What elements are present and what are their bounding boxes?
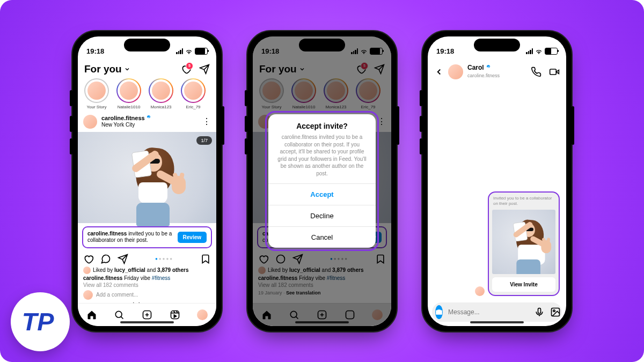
message-input[interactable] [447, 308, 530, 316]
story-item[interactable]: Your Story [83, 78, 110, 109]
story-label: Natalie1010 [118, 105, 141, 109]
top-bar: For you 5 [78, 61, 216, 78]
notch [474, 39, 520, 51]
post-image[interactable]: 1/7 [78, 132, 216, 223]
audio-call-button[interactable] [531, 67, 541, 77]
camera-icon [435, 308, 443, 316]
svg-rect-2 [171, 311, 179, 319]
view-comments-link[interactable]: View all 182 comments [83, 282, 211, 288]
dialog-body: caroline.fitness invited you to be a col… [276, 134, 368, 177]
avatar [83, 267, 91, 274]
camera-button[interactable] [435, 305, 443, 319]
wifi-icon [185, 48, 193, 55]
stories-tray[interactable]: Your Story Natalie1010 Monica123 Eric_79 [78, 78, 216, 112]
stage: 19:18 For you 5 [0, 0, 644, 362]
post-location: New York City [101, 122, 135, 128]
svg-text:TP: TP [22, 308, 55, 336]
battery-icon [545, 48, 558, 55]
cancel-button[interactable]: Cancel [268, 226, 376, 248]
screen-feed: 19:18 For you 5 [78, 36, 216, 326]
signal-icon [176, 48, 183, 54]
add-comment-placeholder: Add a comment... [96, 292, 138, 298]
verified-icon [486, 64, 491, 70]
carousel-dots: ●●●●● [128, 256, 200, 261]
comment-button[interactable] [100, 254, 111, 264]
dm-body: Invited you to be a collaborator on thei… [428, 83, 566, 299]
post-username: caroline.fitness [101, 115, 145, 121]
nav-home[interactable] [86, 309, 97, 320]
post-header[interactable]: caroline.fitness New York City ⋮ [78, 112, 216, 132]
accept-invite-dialog: Accept invite? caroline.fitness invited … [268, 114, 376, 248]
story-item[interactable]: Eric_79 [180, 78, 207, 109]
like-button[interactable] [83, 254, 94, 264]
dialog-highlight: Accept invite? caroline.fitness invited … [265, 111, 379, 251]
caption: caroline.fitness Friday vibe #fitness [83, 275, 211, 281]
wifi-icon [535, 48, 543, 55]
avatar [83, 290, 93, 300]
chevron-down-icon [124, 66, 130, 72]
signal-icon [526, 48, 533, 54]
nav-new-post[interactable] [142, 309, 152, 320]
dm-name: Carol [467, 64, 484, 71]
notifications-button[interactable]: 5 [181, 64, 192, 75]
card-image [492, 210, 555, 274]
phone-dialog: 19:18 For you5 Your StoryNatalie1010Moni… [246, 30, 398, 333]
share-button[interactable] [118, 254, 128, 264]
review-button[interactable]: Review [178, 232, 207, 243]
collab-invite-banner: caroline.fitness invited you to be a col… [82, 226, 212, 248]
feed-tab-selector[interactable]: For you [84, 63, 130, 75]
verified-icon [146, 115, 151, 120]
dm-user-link[interactable]: Carol caroline.fitness [467, 64, 500, 78]
story-item[interactable]: Monica123 [148, 78, 174, 109]
messages-button[interactable] [199, 64, 210, 75]
svg-point-0 [116, 311, 122, 317]
nav-search[interactable] [114, 309, 125, 320]
avatar [475, 286, 485, 296]
dialog-title: Accept invite? [274, 122, 370, 130]
avatar[interactable] [448, 64, 463, 79]
story-label: Your Story [86, 105, 106, 109]
post-meta: Liked by lucy_official and 3,879 others … [78, 267, 216, 307]
dm-header: Carol caroline.fitness [428, 61, 566, 83]
brand-logo: TP [11, 292, 70, 351]
svg-point-11 [553, 309, 555, 311]
notif-badge: 5 [186, 62, 193, 70]
collab-invite-card[interactable]: Invited you to be a collaborator on thei… [488, 191, 560, 295]
save-button[interactable] [200, 254, 211, 264]
avatar [83, 115, 97, 129]
svg-rect-9 [538, 308, 541, 313]
gallery-button[interactable] [550, 307, 561, 317]
home-indicator [120, 321, 174, 323]
hashtag[interactable]: #fitness [152, 275, 170, 281]
back-button[interactable] [434, 67, 444, 77]
notch [124, 39, 170, 51]
nav-profile[interactable] [197, 309, 208, 320]
accept-button[interactable]: Accept [268, 183, 376, 205]
status-time: 19:18 [436, 47, 454, 55]
carousel-counter: 1/7 [196, 136, 212, 145]
send-icon [199, 64, 210, 75]
screen-dialog: 19:18 For you5 Your StoryNatalie1010Moni… [253, 36, 391, 326]
feed-tab-label: For you [84, 63, 122, 75]
message-composer [432, 302, 562, 322]
photo-subject [115, 137, 179, 223]
notch [299, 39, 345, 51]
card-text: Invited you to be a collaborator on thei… [489, 193, 559, 209]
video-call-button[interactable] [549, 67, 560, 77]
decline-button[interactable]: Decline [268, 205, 376, 226]
story-item[interactable]: Natalie1010 [115, 78, 142, 109]
phone-dm: 19:18 Carol caroline.fitness [421, 30, 573, 333]
status-time: 19:18 [86, 47, 104, 55]
add-comment-row[interactable]: Add a comment... [83, 290, 211, 300]
nav-reels[interactable] [170, 309, 180, 320]
story-label: Eric_79 [186, 105, 200, 109]
home-indicator [470, 321, 524, 323]
screen-dm: 19:18 Carol caroline.fitness [428, 36, 566, 326]
post-actions: ●●●●● [78, 252, 216, 265]
mic-button[interactable] [534, 307, 545, 317]
story-label: Monica123 [150, 105, 171, 109]
modal-overlay[interactable]: Accept invite? caroline.fitness invited … [253, 36, 391, 326]
view-invite-button[interactable]: View Invite [492, 277, 555, 292]
likes-row[interactable]: Liked by lucy_official and 3,879 others [83, 267, 211, 274]
dm-handle: caroline.fitness [467, 73, 500, 78]
